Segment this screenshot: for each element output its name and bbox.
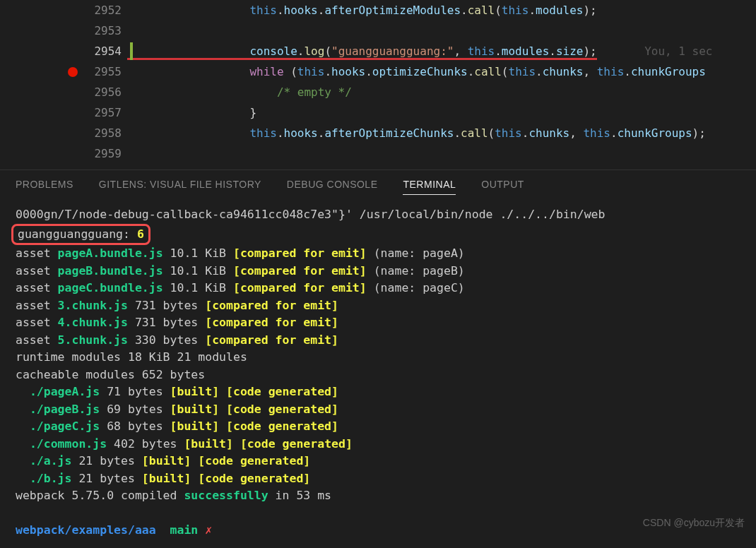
code-line[interactable]: 2959 bbox=[0, 143, 756, 164]
code-line[interactable]: 2958 this.hooks.afterOptimizeChunks.call… bbox=[0, 123, 756, 143]
code-content[interactable]: /* empty */ bbox=[127, 82, 352, 102]
tab-gitlens[interactable]: GITLENS: VISUAL FILE HISTORY bbox=[99, 179, 261, 195]
code-editor[interactable]: 2952 this.hooks.afterOptimizeModules.cal… bbox=[0, 0, 756, 169]
line-number[interactable]: 2955 bbox=[0, 61, 127, 82]
code-line[interactable]: 2955 while (this.hooks.optimizeChunks.ca… bbox=[0, 61, 756, 82]
code-line[interactable]: 2957 } bbox=[0, 102, 756, 123]
terminal-output[interactable]: 0000gn/T/node-debug-callback-ca94611cc04… bbox=[0, 203, 756, 542]
breakpoint-icon[interactable] bbox=[68, 67, 78, 77]
code-line[interactable]: 2956 /* empty */ bbox=[0, 82, 756, 102]
line-number[interactable]: 2952 bbox=[0, 0, 127, 20]
code-line[interactable]: 2952 this.hooks.afterOptimizeModules.cal… bbox=[0, 0, 756, 20]
line-number[interactable]: 2959 bbox=[0, 143, 127, 164]
line-number[interactable]: 2954 bbox=[0, 41, 127, 61]
panel-tabs: PROBLEMS GITLENS: VISUAL FILE HISTORY DE… bbox=[0, 170, 756, 203]
watermark: CSDN @cybozu开发者 bbox=[643, 517, 745, 530]
code-content[interactable]: this.hooks.afterOptimizeChunks.call(this… bbox=[127, 123, 706, 143]
code-line[interactable]: 2953 bbox=[0, 20, 756, 41]
bottom-panel: PROBLEMS GITLENS: VISUAL FILE HISTORY DE… bbox=[0, 169, 756, 548]
highlighted-output: guangguangguang: 6 bbox=[11, 224, 150, 246]
line-number[interactable]: 2957 bbox=[0, 102, 127, 123]
line-number[interactable]: 2956 bbox=[0, 82, 127, 102]
code-content[interactable]: console.log("guangguangguang:", this.mod… bbox=[127, 41, 713, 61]
tab-output[interactable]: OUTPUT bbox=[481, 179, 524, 195]
code-content[interactable]: while (this.hooks.optimizeChunks.call(th… bbox=[127, 61, 706, 82]
line-number[interactable]: 2953 bbox=[0, 20, 127, 41]
line-number[interactable]: 2958 bbox=[0, 123, 127, 143]
tab-terminal[interactable]: TERMINAL bbox=[403, 179, 456, 195]
tab-debug-console[interactable]: DEBUG CONSOLE bbox=[287, 179, 378, 195]
git-blame-annotation: You, 1 sec bbox=[644, 44, 712, 58]
tab-problems[interactable]: PROBLEMS bbox=[16, 179, 73, 195]
code-content[interactable]: } bbox=[127, 102, 256, 123]
modified-line-indicator bbox=[130, 42, 133, 60]
code-line[interactable]: 2954 console.log("guangguangguang:", thi… bbox=[0, 41, 756, 61]
code-content[interactable]: this.hooks.afterOptimizeModules.call(thi… bbox=[127, 0, 597, 20]
